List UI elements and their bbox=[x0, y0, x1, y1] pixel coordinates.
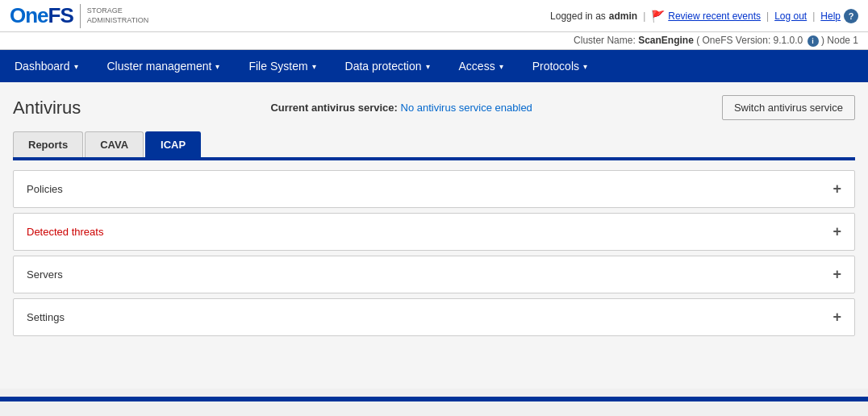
nav-label-data-protection: Data protection bbox=[345, 60, 422, 73]
current-service-label-bold: Current antivirus service: bbox=[270, 102, 398, 114]
review-events-link[interactable]: Review recent events bbox=[668, 10, 761, 22]
accordion-detected-threats: Detected threats + bbox=[13, 213, 855, 251]
username: admin bbox=[609, 10, 637, 22]
current-service-value: No antivirus service enabled bbox=[401, 102, 532, 114]
tab-icap-label: ICAP bbox=[161, 139, 186, 151]
top-bar: OneFS STORAGE ADMINISTRATION Logged in a… bbox=[0, 0, 868, 32]
accordion-detected-threats-label: Detected threats bbox=[27, 226, 103, 238]
tab-icap[interactable]: ICAP bbox=[145, 131, 201, 157]
nav-item-cluster-management[interactable]: Cluster management ▾ bbox=[93, 50, 235, 82]
accordion-policies-label: Policies bbox=[27, 183, 63, 195]
cluster-node-value: Node 1 bbox=[827, 35, 858, 46]
antivirus-header: Antivirus Current antivirus service: No … bbox=[13, 95, 855, 120]
help-circle-icon[interactable]: ? bbox=[844, 9, 858, 23]
nav-item-dashboard[interactable]: Dashboard ▾ bbox=[0, 50, 93, 82]
cluster-bar: Cluster Name: ScanEngine ( OneFS Version… bbox=[0, 32, 868, 50]
accordion-settings-header[interactable]: Settings + bbox=[14, 299, 854, 335]
chevron-down-icon: ▾ bbox=[312, 62, 316, 71]
logged-in-text: Logged in as bbox=[550, 10, 606, 22]
chevron-down-icon: ▾ bbox=[215, 62, 219, 71]
accordion-settings: Settings + bbox=[13, 298, 855, 336]
accordion-policies-header[interactable]: Policies + bbox=[14, 171, 854, 207]
flag-icon: 🚩 bbox=[651, 10, 665, 23]
logout-link[interactable]: Log out bbox=[774, 10, 807, 22]
nav-item-data-protection[interactable]: Data protection ▾ bbox=[331, 50, 444, 82]
expand-servers-icon: + bbox=[833, 266, 841, 283]
nav-item-access[interactable]: Access ▾ bbox=[444, 50, 518, 82]
nav-bar: Dashboard ▾ Cluster management ▾ File Sy… bbox=[0, 50, 868, 82]
nav-item-protocols[interactable]: Protocols ▾ bbox=[518, 50, 602, 82]
help-link[interactable]: Help bbox=[820, 10, 841, 22]
tab-reports-label: Reports bbox=[28, 139, 68, 151]
logo-area: OneFS STORAGE ADMINISTRATION bbox=[10, 3, 148, 28]
accordion-settings-label: Settings bbox=[27, 311, 65, 323]
expand-detected-threats-icon: + bbox=[833, 223, 841, 240]
current-service-label: Current antivirus service: No antivirus … bbox=[270, 102, 532, 114]
expand-settings-icon: + bbox=[833, 309, 841, 326]
tabs-container: Reports CAVA ICAP bbox=[13, 131, 855, 157]
nav-label-dashboard: Dashboard bbox=[15, 60, 70, 73]
nav-label-file-system: File System bbox=[248, 60, 307, 73]
accordion-servers-label: Servers bbox=[27, 268, 63, 281]
cluster-name-label: Cluster Name: bbox=[574, 35, 638, 46]
tab-underline bbox=[13, 157, 855, 160]
bottom-bar bbox=[0, 397, 868, 401]
nav-item-file-system[interactable]: File System ▾ bbox=[234, 50, 330, 82]
accordion-servers: Servers + bbox=[13, 256, 855, 293]
chevron-down-icon: ▾ bbox=[499, 62, 503, 71]
chevron-down-icon: ▾ bbox=[426, 62, 430, 71]
cluster-name: ScanEngine bbox=[638, 35, 694, 46]
nav-label-access: Access bbox=[459, 60, 495, 73]
current-service-info: Current antivirus service: No antivirus … bbox=[270, 102, 532, 114]
separator3: | bbox=[812, 10, 815, 22]
accordion-servers-header[interactable]: Servers + bbox=[14, 256, 854, 293]
top-right-links: Logged in as admin | 🚩 Review recent eve… bbox=[550, 9, 858, 23]
expand-policies-icon: + bbox=[833, 181, 841, 198]
tab-reports[interactable]: Reports bbox=[13, 131, 83, 157]
logo-subtitle: STORAGE ADMINISTRATION bbox=[87, 6, 148, 25]
cluster-version: OneFS Version: 9.1.0.0 bbox=[703, 35, 803, 46]
separator2: | bbox=[766, 10, 769, 22]
separator1: | bbox=[643, 10, 645, 22]
switch-antivirus-button[interactable]: Switch antivirus service bbox=[722, 95, 855, 120]
cluster-version-paren: ( bbox=[696, 35, 699, 46]
cluster-version-close: ) bbox=[821, 35, 824, 46]
chevron-down-icon: ▾ bbox=[74, 62, 78, 71]
accordion-detected-threats-header[interactable]: Detected threats + bbox=[14, 214, 854, 250]
tab-cava[interactable]: CAVA bbox=[85, 131, 144, 157]
logo-divider bbox=[80, 4, 81, 28]
accordion-policies: Policies + bbox=[13, 170, 855, 208]
nav-label-cluster-management: Cluster management bbox=[107, 60, 212, 73]
page-title: Antivirus bbox=[13, 98, 81, 119]
page-content: Antivirus Current antivirus service: No … bbox=[0, 82, 868, 389]
tab-cava-label: CAVA bbox=[100, 139, 128, 151]
info-icon[interactable]: i bbox=[807, 35, 819, 47]
logo: OneFS bbox=[10, 3, 73, 28]
chevron-down-icon: ▾ bbox=[583, 62, 587, 71]
nav-label-protocols: Protocols bbox=[532, 60, 579, 73]
